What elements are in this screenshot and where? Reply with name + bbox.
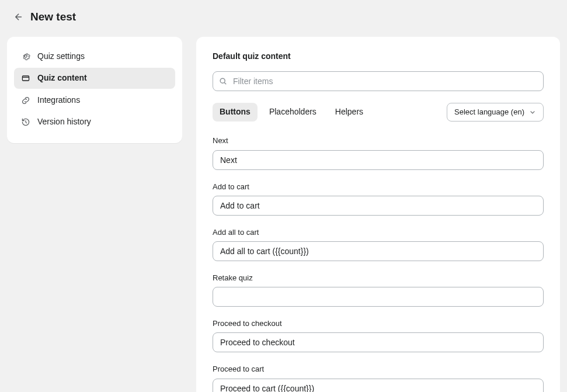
sidebar: Quiz settings Quiz content [7,37,182,143]
link-icon [21,96,30,105]
field-proceed-to-cart: Proceed to cart [213,364,544,392]
svg-rect-0 [22,76,29,81]
page-header: New test [0,0,567,30]
input-proceed-to-cart[interactable] [213,379,544,393]
field-retake-quiz: Retake quiz [213,273,544,307]
tab-placeholders[interactable]: Placeholders [262,103,323,122]
input-add-all-to-cart[interactable] [213,241,544,261]
field-label: Add to cart [213,182,544,192]
filter-wrapper [213,71,544,91]
field-label: Proceed to checkout [213,318,544,329]
page-title: New test [30,9,76,25]
main-content: Default quiz content Buttons Placeholder… [196,37,560,392]
sidebar-item-quiz-settings[interactable]: Quiz settings [14,46,175,67]
sidebar-item-label: Quiz settings [37,51,85,63]
sidebar-item-quiz-content[interactable]: Quiz content [14,68,175,89]
sidebar-item-label: Version history [37,116,91,128]
tabs: Buttons Placeholders Helpers [213,103,370,122]
language-selector-label: Select language (en) [454,107,524,117]
svg-line-3 [224,83,225,84]
tab-buttons[interactable]: Buttons [213,103,258,122]
filter-input[interactable] [213,71,544,91]
field-proceed-to-checkout: Proceed to checkout [213,318,544,352]
back-arrow-icon[interactable] [12,11,23,23]
history-icon [21,117,30,127]
search-icon [218,77,228,86]
input-add-to-cart[interactable] [213,196,544,216]
field-add-to-cart: Add to cart [213,182,544,216]
input-next[interactable] [213,150,544,170]
panel-icon [21,74,30,83]
tabs-row: Buttons Placeholders Helpers Select lang… [213,103,544,122]
field-label: Retake quiz [213,273,544,283]
gear-icon [21,51,30,61]
tab-helpers[interactable]: Helpers [328,103,370,122]
sidebar-item-label: Quiz content [37,72,87,84]
section-title: Default quiz content [213,51,544,63]
field-label: Proceed to cart [213,364,544,374]
field-add-all-to-cart: Add all to cart [213,227,544,261]
sidebar-item-integrations[interactable]: Integrations [14,90,175,111]
chevron-down-icon [529,109,536,116]
language-selector[interactable]: Select language (en) [447,103,544,122]
field-label: Next [213,136,544,146]
sidebar-item-version-history[interactable]: Version history [14,112,175,133]
field-next: Next [213,136,544,169]
input-proceed-to-checkout[interactable] [213,332,544,352]
sidebar-item-label: Integrations [37,95,80,106]
field-label: Add all to cart [213,227,544,238]
input-retake-quiz[interactable] [213,287,544,307]
